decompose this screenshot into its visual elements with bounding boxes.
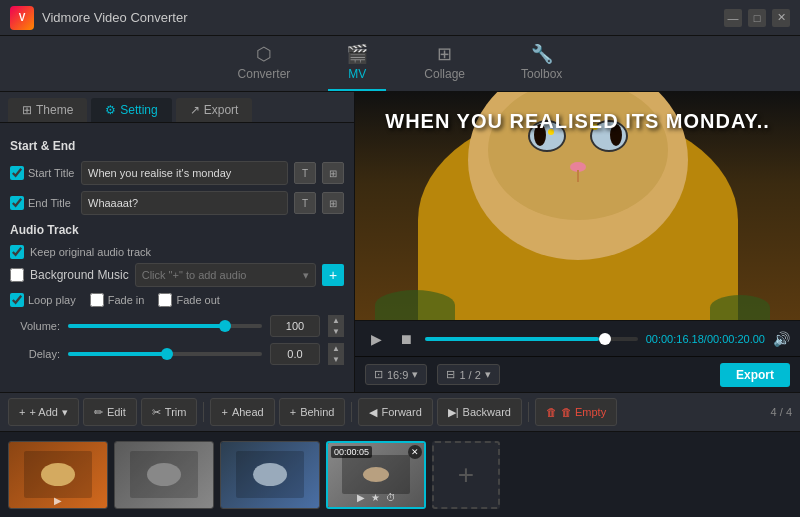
left-panel: ⊞ Theme ⚙ Setting ↗ Export Start & End S…: [0, 92, 355, 392]
panel-content: Start & End Start Title T ⊞ End Title T …: [0, 123, 354, 392]
add-audio-button[interactable]: +: [322, 264, 344, 286]
player-controls: ▶ ⏹ 00:00:16.18/00:00:20.00 🔊: [355, 320, 800, 356]
clip-count: 4 / 4: [771, 406, 792, 418]
right-panel: WHEN YOU REALISED ITS MONDAY.. ▶ ⏹ 00:00…: [355, 92, 800, 392]
loop-play-label: Loop play: [28, 294, 76, 306]
fade-in-option: Fade in: [90, 293, 145, 307]
volume-value: 100: [270, 315, 320, 337]
app-logo: V: [10, 6, 34, 30]
delay-value: 0.0: [270, 343, 320, 365]
delay-down[interactable]: ▼: [328, 354, 344, 365]
theme-icon: ⊞: [22, 103, 32, 117]
preview-area: WHEN YOU REALISED ITS MONDAY..: [355, 92, 800, 320]
end-title-text-icon[interactable]: T: [294, 192, 316, 214]
loop-fade-row: Loop play Fade in Fade out: [10, 293, 344, 307]
timeline-add-button[interactable]: +: [432, 441, 500, 509]
volume-slider[interactable]: [68, 324, 262, 328]
tab-mv[interactable]: 🎬 MV: [328, 37, 386, 91]
divider-3: [528, 402, 529, 422]
end-title-grid-icon[interactable]: ⊞: [322, 192, 344, 214]
bg-music-checkbox[interactable]: [10, 268, 24, 282]
remove-thumb-button[interactable]: ✕: [408, 445, 422, 459]
delay-slider[interactable]: [68, 352, 262, 356]
trim-icon: ✂: [152, 406, 161, 419]
keep-original-row: Keep original audio track: [10, 245, 344, 259]
keep-original-label: Keep original audio track: [30, 246, 151, 258]
add-button[interactable]: + + Add ▾: [8, 398, 79, 426]
backward-button[interactable]: ▶| Backward: [437, 398, 522, 426]
timeline-thumb-4[interactable]: 00:00:05 ✕ ▶ ★ ⏱: [326, 441, 426, 509]
edit-button[interactable]: ✏ Edit: [83, 398, 137, 426]
add-dropdown-arrow: ▾: [62, 406, 68, 419]
time-badge: 00:00:05: [331, 446, 372, 458]
volume-up[interactable]: ▲: [328, 315, 344, 326]
minimize-button[interactable]: —: [724, 9, 742, 27]
toolbar: + + Add ▾ ✏ Edit ✂ Trim + Ahead + Behind…: [0, 392, 800, 432]
divider-1: [203, 402, 204, 422]
preview-video: WHEN YOU REALISED ITS MONDAY..: [355, 92, 800, 320]
fade-in-checkbox[interactable]: [90, 293, 104, 307]
volume-row: Volume: 100 ▲ ▼: [10, 315, 344, 337]
add-icon: +: [19, 406, 25, 418]
controls-row2: ⊡ 16:9 ▾ ⊟ 1 / 2 ▾ Export: [355, 356, 800, 392]
ratio-arrow: ▾: [412, 368, 418, 381]
start-title-input[interactable]: [81, 161, 288, 185]
stop-button[interactable]: ⏹: [395, 328, 417, 350]
start-title-checkbox[interactable]: [10, 166, 24, 180]
subtab-setting[interactable]: ⚙ Setting: [91, 98, 171, 122]
end-title-row: End Title T ⊞: [10, 191, 344, 215]
backward-icon: ▶|: [448, 406, 459, 419]
close-button[interactable]: ✕: [772, 9, 790, 27]
loop-play-option: Loop play: [10, 293, 76, 307]
export-button[interactable]: Export: [720, 363, 790, 387]
empty-button[interactable]: 🗑 🗑 Empty: [535, 398, 617, 426]
delay-label: Delay:: [10, 348, 60, 360]
start-title-text-icon[interactable]: T: [294, 162, 316, 184]
fade-out-option: Fade out: [158, 293, 219, 307]
mv-icon: 🎬: [346, 43, 368, 65]
ratio-button[interactable]: ⊡ 16:9 ▾: [365, 364, 427, 385]
start-title-label: Start Title: [10, 166, 75, 180]
window-controls: — □ ✕: [724, 9, 790, 27]
delay-up[interactable]: ▲: [328, 343, 344, 354]
end-title-input[interactable]: [81, 191, 288, 215]
progress-thumb[interactable]: [599, 333, 611, 345]
timeline-thumb-1[interactable]: ▶: [8, 441, 108, 509]
subtab-theme[interactable]: ⊞ Theme: [8, 98, 87, 122]
dropdown-arrow: ▾: [303, 269, 309, 282]
export-icon: ↗: [190, 103, 200, 117]
subtab-export[interactable]: ↗ Export: [176, 98, 253, 122]
titlebar: V Vidmore Video Converter — □ ✕: [0, 0, 800, 36]
delay-row: Delay: 0.0 ▲ ▼: [10, 343, 344, 365]
ahead-icon: +: [221, 406, 227, 418]
collage-icon: ⊞: [437, 43, 452, 65]
clip-info-button[interactable]: ⊟ 1 / 2 ▾: [437, 364, 499, 385]
start-title-grid-icon[interactable]: ⊞: [322, 162, 344, 184]
progress-bar[interactable]: [425, 337, 638, 341]
keep-original-checkbox[interactable]: [10, 245, 24, 259]
trim-button[interactable]: ✂ Trim: [141, 398, 198, 426]
timeline-thumb-3[interactable]: [220, 441, 320, 509]
app-title: Vidmore Video Converter: [42, 10, 724, 25]
thumb4-clock-icon: ⏱: [386, 492, 396, 503]
play-button[interactable]: ▶: [365, 328, 387, 350]
maximize-button[interactable]: □: [748, 9, 766, 27]
nav-tabs: ⬡ Converter 🎬 MV ⊞ Collage 🔧 Toolbox: [0, 36, 800, 92]
timeline-thumb-2[interactable]: [114, 441, 214, 509]
tab-collage[interactable]: ⊞ Collage: [406, 37, 483, 91]
main-layout: ⊞ Theme ⚙ Setting ↗ Export Start & End S…: [0, 92, 800, 392]
thumb4-star-icon: ★: [371, 492, 380, 503]
behind-button[interactable]: + Behind: [279, 398, 346, 426]
tab-toolbox[interactable]: 🔧 Toolbox: [503, 37, 580, 91]
forward-button[interactable]: ◀ Forward: [358, 398, 432, 426]
bg-music-dropdown[interactable]: Click "+" to add audio ▾: [135, 263, 316, 287]
fade-out-checkbox[interactable]: [158, 293, 172, 307]
volume-label: Volume:: [10, 320, 60, 332]
volume-icon[interactable]: 🔊: [773, 331, 790, 347]
end-title-checkbox[interactable]: [10, 196, 24, 210]
volume-down[interactable]: ▼: [328, 326, 344, 337]
ahead-button[interactable]: + Ahead: [210, 398, 274, 426]
loop-play-checkbox[interactable]: [10, 293, 24, 307]
start-end-title: Start & End: [10, 139, 344, 153]
tab-converter[interactable]: ⬡ Converter: [220, 37, 309, 91]
